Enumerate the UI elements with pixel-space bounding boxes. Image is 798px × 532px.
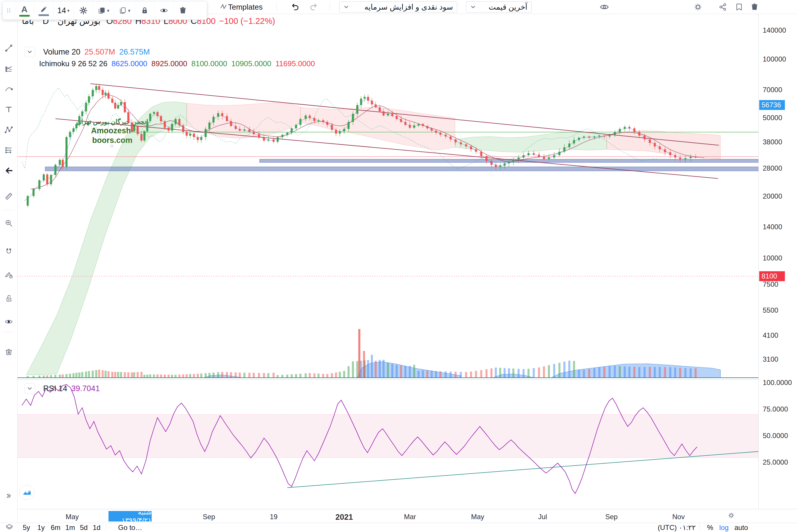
forecast-tool-icon[interactable] <box>4 145 14 155</box>
candle-body <box>65 137 68 167</box>
redo-icon[interactable] <box>309 0 319 14</box>
candle-body <box>568 144 570 147</box>
auto-scale-button[interactable]: auto <box>735 524 748 532</box>
log-scale-button[interactable]: log <box>719 524 728 532</box>
share-icon[interactable] <box>718 0 727 14</box>
templates-button[interactable]: Templates <box>228 0 263 14</box>
xabcd-pattern-icon[interactable] <box>4 125 14 135</box>
watch-eye-icon[interactable] <box>600 0 609 14</box>
toolbar-separator <box>277 3 277 12</box>
candle-body <box>277 137 279 142</box>
settings-gear-icon[interactable] <box>694 0 702 14</box>
chevron-down-icon: ▾ <box>107 8 109 14</box>
pane-divider[interactable] <box>18 379 798 380</box>
gann-tools-icon[interactable] <box>4 63 14 74</box>
volume-bar <box>491 368 493 378</box>
sidebar-divider <box>3 332 15 332</box>
candle-body <box>426 126 429 128</box>
volume-bar <box>81 372 83 378</box>
pencil-icon <box>39 5 48 14</box>
time-axis-settings-gear-icon[interactable] <box>728 512 735 519</box>
range-button-5y[interactable]: 5y <box>23 524 30 532</box>
curve-tool-icon[interactable] <box>4 84 14 94</box>
layers-panel-icon[interactable] <box>5 523 14 531</box>
candle-body <box>189 134 191 136</box>
senkou-b-value: 11695.0000 <box>276 59 315 68</box>
delete-icon[interactable] <box>750 0 759 14</box>
volume-collapse-button[interactable] <box>24 47 35 57</box>
format-settings-button[interactable] <box>74 1 93 20</box>
text-color-button[interactable]: A <box>15 1 34 20</box>
chart-canvas[interactable] <box>18 14 758 509</box>
font-size-dropdown[interactable]: 14 ▾ <box>53 1 74 20</box>
drag-handle[interactable] <box>3 1 15 20</box>
ruler-icon[interactable] <box>4 191 14 201</box>
range-button-1y[interactable]: 1y <box>37 524 45 532</box>
percent-scale-button[interactable]: % <box>707 524 713 532</box>
ichimoku-label[interactable]: Ichimoku 9 26 52 26 <box>39 59 107 68</box>
candle-body <box>460 142 462 145</box>
platform-logo[interactable] <box>19 485 34 500</box>
candle-body <box>318 120 320 121</box>
volume-bar <box>339 372 341 378</box>
volume-bar <box>50 375 52 378</box>
drawing-lock-icon[interactable] <box>4 270 14 280</box>
volume-bar <box>413 365 415 378</box>
trend-line-icon[interactable] <box>4 43 14 53</box>
font-size-value: 14 <box>57 6 66 15</box>
volume-bar <box>309 373 311 378</box>
range-button-1d[interactable]: 1d <box>93 524 101 532</box>
candle-body <box>78 116 80 124</box>
unlock-icon[interactable] <box>4 293 14 303</box>
volume-bar <box>629 367 631 378</box>
volume-bar <box>92 371 94 378</box>
rsi-label[interactable]: RSI 14 <box>43 384 68 393</box>
volume-bar <box>59 375 61 378</box>
adjustment-dropdown[interactable]: سود نقدی و افزایش سرمایه <box>339 1 457 13</box>
sidebar-collapse-icon[interactable] <box>5 492 13 500</box>
candle-body <box>499 166 501 167</box>
range-button-6m[interactable]: 6m <box>51 524 60 532</box>
undo-icon[interactable] <box>290 0 300 14</box>
candle-body <box>55 165 57 175</box>
candle-body <box>171 124 173 131</box>
goto-button[interactable]: Go to… <box>118 524 142 532</box>
delete-drawing-button[interactable] <box>173 1 192 20</box>
drawing-tools-sidebar <box>0 14 18 522</box>
layer-order-dropdown[interactable]: ▾ <box>93 1 114 20</box>
hide-drawings-icon[interactable] <box>4 317 14 327</box>
price-axis[interactable]: 1400001000007000050000380002800020000140… <box>758 14 798 522</box>
chevron-down-icon <box>26 385 34 392</box>
candle-body <box>588 136 590 138</box>
magnet-icon[interactable] <box>4 247 14 256</box>
volume-bar <box>235 373 237 378</box>
volume-label[interactable]: Volume 20 <box>43 48 80 57</box>
price-tick: 28000 <box>763 164 782 172</box>
remove-drawings-icon[interactable] <box>4 347 14 357</box>
line-color-button[interactable] <box>34 1 53 20</box>
volume-bar <box>387 363 389 378</box>
ichimoku-cloud <box>26 102 187 375</box>
zoom-in-icon[interactable] <box>4 218 14 228</box>
hide-drawing-button[interactable] <box>154 1 173 20</box>
candle-body <box>153 112 155 114</box>
price-mode-dropdown[interactable]: آخرین قیمت <box>466 1 532 13</box>
lock-drawing-button[interactable] <box>135 1 154 20</box>
rsi-collapse-button[interactable] <box>24 383 35 394</box>
volume-bar <box>528 369 530 378</box>
candle-body <box>343 129 345 131</box>
clone-dropdown[interactable]: ▾ <box>114 1 135 20</box>
clock-utc[interactable]: ۰۱:۲۲ (UTC) <box>658 524 696 532</box>
volume-bar <box>217 372 219 378</box>
layers-icon <box>97 6 106 15</box>
volume-bar <box>164 375 166 378</box>
time-tick: Jul <box>538 513 547 521</box>
range-button-1m[interactable]: 1m <box>65 524 75 532</box>
drawing-anchor-dot[interactable] <box>111 145 113 147</box>
range-button-5d[interactable]: 5d <box>80 524 88 532</box>
rsi-tick: 50.0000 <box>763 432 788 440</box>
text-tool-icon[interactable] <box>4 104 14 114</box>
candle-body <box>209 122 211 129</box>
journal-icon[interactable] <box>735 0 744 14</box>
arrow-tool-icon[interactable] <box>4 166 14 176</box>
